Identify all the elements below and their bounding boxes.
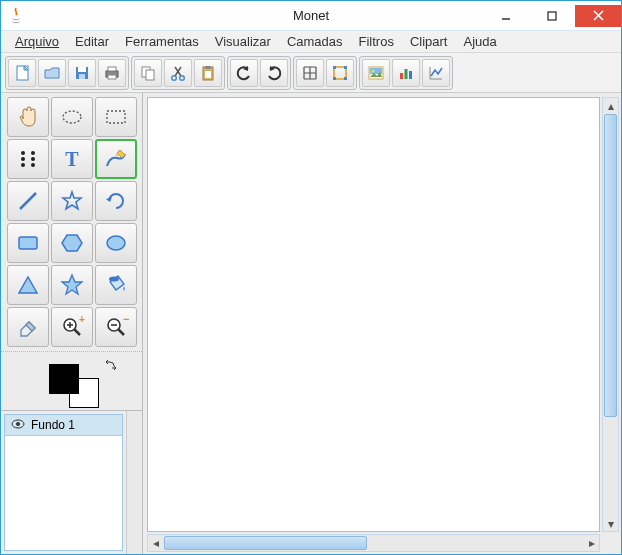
scroll-down-icon[interactable]: ▾	[603, 516, 618, 531]
svg-text:−: −	[123, 314, 129, 325]
svg-rect-41	[19, 237, 37, 249]
redo-button[interactable]	[260, 59, 288, 87]
eye-icon[interactable]	[11, 418, 25, 432]
hscroll-thumb[interactable]	[164, 536, 367, 550]
svg-rect-18	[205, 66, 211, 69]
rect-tool[interactable]	[7, 223, 49, 263]
menu-ferramentas[interactable]: Ferramentas	[117, 32, 207, 51]
menu-arquivo[interactable]: Arquivo	[7, 32, 67, 51]
layers-scrollbar[interactable]	[126, 411, 142, 554]
svg-point-36	[31, 157, 35, 161]
toolbar-group-edit	[131, 56, 225, 90]
left-panel: T + −	[1, 93, 143, 554]
marquee-ellipse-tool[interactable]	[51, 97, 93, 137]
zoom-in-tool[interactable]: +	[51, 307, 93, 347]
canvas-wrap: ▴ ▾	[143, 93, 621, 532]
ellipse-tool[interactable]	[95, 223, 137, 263]
hand-tool[interactable]	[7, 97, 49, 137]
layers-panel: Fundo 1	[4, 414, 123, 551]
svg-point-37	[21, 163, 25, 167]
svg-rect-12	[146, 70, 154, 80]
svg-text:+: +	[79, 314, 85, 325]
svg-rect-21	[333, 66, 336, 69]
marquee-rect-tool[interactable]	[95, 97, 137, 137]
svg-rect-6	[78, 67, 86, 72]
open-button[interactable]	[38, 59, 66, 87]
window-controls	[483, 5, 621, 27]
draw-tool[interactable]	[95, 139, 137, 179]
svg-point-43	[109, 277, 119, 282]
svg-point-35	[21, 157, 25, 161]
svg-rect-32	[107, 111, 125, 123]
bounds-button[interactable]	[326, 59, 354, 87]
svg-text:T: T	[65, 148, 79, 170]
close-button[interactable]	[575, 5, 621, 27]
image-button[interactable]	[362, 59, 390, 87]
star-tool[interactable]	[51, 265, 93, 305]
menu-camadas[interactable]: Camadas	[279, 32, 351, 51]
svg-line-45	[74, 329, 80, 335]
hexagon-tool[interactable]	[51, 223, 93, 263]
window-title: Monet	[293, 8, 329, 23]
linechart-button[interactable]	[422, 59, 450, 87]
layers-panel-wrap: Fundo 1	[1, 411, 142, 554]
star-outline-tool[interactable]	[51, 181, 93, 221]
menu-filtros[interactable]: Filtros	[351, 32, 402, 51]
horizontal-scrollbar[interactable]: ◂ ▸	[147, 534, 600, 552]
svg-line-40	[20, 193, 36, 209]
svg-point-54	[16, 422, 20, 426]
grid-button[interactable]	[296, 59, 324, 87]
eraser-tool[interactable]	[7, 307, 49, 347]
chart-button[interactable]	[392, 59, 420, 87]
workarea: T + −	[1, 93, 621, 554]
copy-button[interactable]	[134, 59, 162, 87]
vscroll-thumb[interactable]	[604, 114, 617, 417]
bucket-tool[interactable]	[95, 265, 137, 305]
zoom-out-tool[interactable]: −	[95, 307, 137, 347]
foreground-color[interactable]	[49, 364, 79, 394]
app-window: Monet Arquivo Editar Ferramentas Visuali…	[0, 0, 622, 555]
minimize-button[interactable]	[483, 5, 529, 27]
rotate-tool[interactable]	[95, 181, 137, 221]
text-tool[interactable]: T	[51, 139, 93, 179]
toolbox: T + −	[1, 93, 142, 351]
svg-point-38	[31, 163, 35, 167]
hscroll-row: ◂ ▸	[147, 534, 619, 552]
toolbar-group-view	[293, 56, 357, 90]
svg-rect-10	[108, 75, 116, 79]
print-button[interactable]	[98, 59, 126, 87]
layer-row[interactable]: Fundo 1	[5, 415, 122, 436]
menu-ajuda[interactable]: Ajuda	[455, 32, 504, 51]
vertical-scrollbar[interactable]: ▴ ▾	[602, 97, 619, 532]
scroll-left-icon[interactable]: ◂	[148, 535, 163, 551]
menu-clipart[interactable]: Clipart	[402, 32, 456, 51]
svg-rect-19	[205, 71, 211, 78]
triangle-tool[interactable]	[7, 265, 49, 305]
scroll-right-icon[interactable]: ▸	[584, 535, 599, 551]
menubar: Arquivo Editar Ferramentas Visualizar Ca…	[1, 31, 621, 53]
paste-button[interactable]	[194, 59, 222, 87]
svg-rect-23	[333, 77, 336, 80]
new-button[interactable]	[8, 59, 36, 87]
undo-button[interactable]	[230, 59, 258, 87]
svg-rect-29	[405, 69, 408, 79]
svg-rect-30	[409, 71, 412, 79]
titlebar: Monet	[1, 1, 621, 31]
svg-rect-7	[79, 74, 85, 79]
canvas[interactable]	[147, 97, 600, 532]
maximize-button[interactable]	[529, 5, 575, 27]
menu-editar[interactable]: Editar	[67, 32, 117, 51]
save-button[interactable]	[68, 59, 96, 87]
scroll-up-icon[interactable]: ▴	[603, 98, 618, 113]
svg-rect-1	[548, 12, 556, 20]
menu-visualizar[interactable]: Visualizar	[207, 32, 279, 51]
dots-tool[interactable]	[7, 139, 49, 179]
svg-rect-22	[344, 66, 347, 69]
color-picker	[1, 351, 142, 411]
swap-colors-icon[interactable]	[104, 358, 118, 372]
cut-button[interactable]	[164, 59, 192, 87]
java-icon	[9, 7, 23, 25]
svg-line-50	[118, 329, 124, 335]
svg-point-42	[107, 236, 125, 250]
line-tool[interactable]	[7, 181, 49, 221]
